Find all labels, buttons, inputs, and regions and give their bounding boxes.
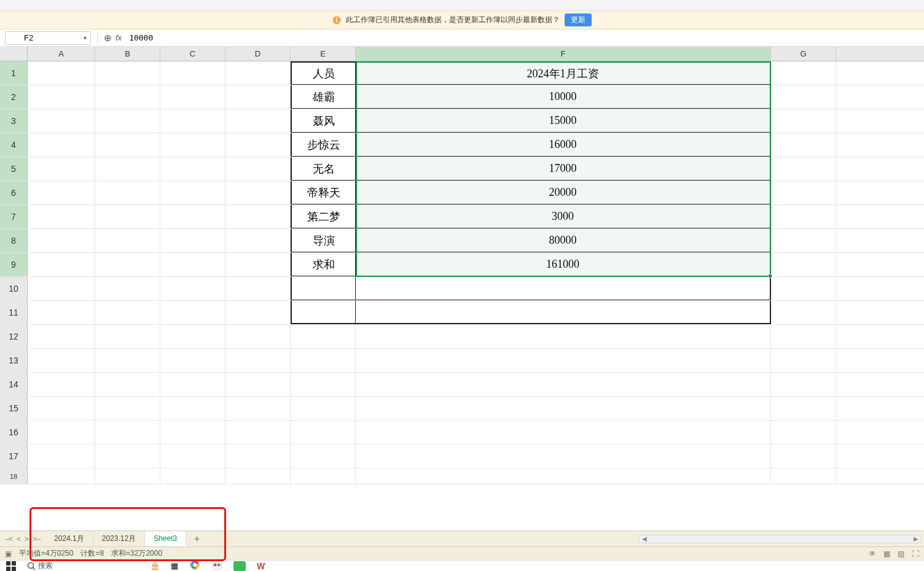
svg-point-13	[217, 564, 221, 567]
cell[interactable]: 帝释天	[291, 181, 356, 204]
sheet-tab-active[interactable]: Sheet3	[145, 532, 186, 546]
tab-nav-last-icon[interactable]: >ꟷ	[31, 535, 42, 543]
cell[interactable]: 雄霸	[291, 85, 356, 109]
cell[interactable]	[291, 301, 356, 324]
cell[interactable]	[28, 61, 95, 85]
wps-icon[interactable]: W	[257, 561, 265, 571]
col-header-F[interactable]: F	[356, 47, 771, 61]
task-icon[interactable]	[233, 561, 246, 571]
chevron-down-icon[interactable]: ▾	[84, 34, 87, 41]
name-box-value: F2	[24, 33, 33, 42]
col-header-A[interactable]: A	[28, 47, 95, 61]
cell[interactable]: 80000	[356, 229, 771, 252]
row-header[interactable]: 14	[0, 373, 28, 396]
svg-point-10	[193, 563, 197, 567]
row-header[interactable]: 2	[0, 85, 28, 109]
row-header[interactable]: 13	[0, 349, 28, 372]
scroll-right-icon[interactable]: ▶	[911, 535, 921, 542]
update-button[interactable]: 更新	[565, 14, 592, 26]
separator	[97, 32, 98, 44]
tab-nav-first-icon[interactable]: ꟷ<	[4, 535, 14, 543]
formula-bar-row: F2 ▾ ⊕ fx	[0, 29, 924, 47]
col-header-C[interactable]: C	[160, 47, 225, 61]
cell[interactable]: 20000	[356, 181, 771, 204]
col-header-G[interactable]: G	[771, 47, 836, 61]
fx-icon[interactable]: fx	[116, 33, 122, 42]
page-view-icon[interactable]: ▤	[898, 550, 904, 558]
ribbon-strip	[0, 0, 924, 11]
eye-icon[interactable]: 👁	[869, 550, 876, 558]
svg-line-8	[33, 567, 36, 570]
cell[interactable]: 3000	[356, 205, 771, 228]
task-icon[interactable]: ▦	[171, 561, 178, 570]
row-header[interactable]: 9	[0, 253, 28, 276]
row-header[interactable]: 4	[0, 133, 28, 157]
column-headers: A B C D E F G	[0, 47, 924, 61]
row-header[interactable]: 12	[0, 325, 28, 348]
cell[interactable]	[160, 61, 225, 85]
cell[interactable]: 步惊云	[291, 133, 356, 157]
svg-rect-6	[12, 567, 16, 571]
row-header[interactable]: 6	[0, 181, 28, 204]
scroll-left-icon[interactable]: ◀	[640, 535, 649, 542]
cell[interactable]: 2024年1月工资	[356, 61, 771, 85]
horizontal-scrollbar[interactable]: ◀ ▶	[639, 535, 922, 543]
svg-rect-4	[12, 561, 16, 565]
row-header[interactable]: 5	[0, 157, 28, 181]
zoom-formula-icon[interactable]: ⊕	[104, 33, 112, 44]
cell[interactable]: 导演	[291, 229, 356, 252]
cell[interactable]: 10000	[356, 85, 771, 109]
col-header-B[interactable]: B	[95, 47, 160, 61]
row-header[interactable]: 15	[0, 397, 28, 420]
cell[interactable]: 17000	[356, 157, 771, 181]
cell[interactable]	[225, 61, 291, 85]
windows-start-icon[interactable]	[6, 561, 16, 571]
record-macro-icon[interactable]: ▣	[5, 550, 12, 558]
cell[interactable]: 求和	[291, 253, 356, 276]
row: 1 人员 2024年1月工资	[0, 61, 924, 85]
fullscreen-icon[interactable]: ⛶	[912, 550, 919, 558]
cell[interactable]	[771, 61, 836, 85]
cell[interactable]: 第二梦	[291, 205, 356, 228]
row-header[interactable]: 17	[0, 445, 28, 468]
svg-rect-1	[336, 18, 337, 19]
cell[interactable]	[356, 277, 771, 300]
status-count: 计数=8	[80, 548, 104, 559]
search-icon[interactable]: 搜索	[27, 561, 53, 571]
row-header[interactable]: 3	[0, 109, 28, 133]
sheet-tab[interactable]: 2024.1月	[45, 531, 93, 546]
cell[interactable]	[291, 277, 356, 300]
cell[interactable]	[356, 301, 771, 324]
name-box[interactable]: F2 ▾	[5, 31, 91, 45]
svg-point-11	[212, 560, 222, 570]
spreadsheet-grid[interactable]: A B C D E F G 1 人员 2024年1月工资 2 雄霸 10000 …	[0, 47, 924, 530]
task-icon[interactable]	[189, 559, 200, 571]
col-header-E[interactable]: E	[291, 47, 356, 61]
task-icon[interactable]	[211, 559, 222, 571]
task-icon[interactable]: 🎂	[150, 561, 160, 570]
row-header[interactable]: 1	[0, 61, 28, 85]
formula-input[interactable]	[125, 33, 919, 42]
row-header[interactable]: 8	[0, 229, 28, 252]
tab-nav-prev-icon[interactable]: <	[15, 535, 22, 543]
cell[interactable]: 161000	[356, 253, 771, 276]
select-all-corner[interactable]	[0, 47, 28, 61]
status-bar: ▣ 平均值=4万0250 计数=8 求和=32万2000 👁 ▦ ▤ ⛶	[0, 546, 924, 560]
tab-nav-next-icon[interactable]: >	[23, 535, 30, 543]
row-header[interactable]: 10	[0, 277, 28, 300]
row-header[interactable]: 11	[0, 301, 28, 324]
sheet-tab[interactable]: 2023.12月	[93, 531, 145, 546]
grid-view-icon[interactable]: ▦	[883, 550, 890, 558]
cell[interactable]: 无名	[291, 157, 356, 181]
row-header[interactable]: 18	[0, 468, 28, 484]
add-sheet-button[interactable]: ＋	[186, 533, 208, 545]
cell[interactable]: 人员	[291, 61, 356, 85]
cell[interactable]: 15000	[356, 109, 771, 133]
cell[interactable]	[95, 61, 160, 85]
row-header[interactable]: 16	[0, 421, 28, 444]
cell[interactable]: 16000	[356, 133, 771, 157]
notification-bar: 此工作簿已引用其他表格数据，是否更新工作簿以同步最新数据？ 更新	[0, 11, 924, 29]
cell[interactable]: 聂风	[291, 109, 356, 133]
col-header-D[interactable]: D	[225, 47, 291, 61]
row-header[interactable]: 7	[0, 205, 28, 228]
